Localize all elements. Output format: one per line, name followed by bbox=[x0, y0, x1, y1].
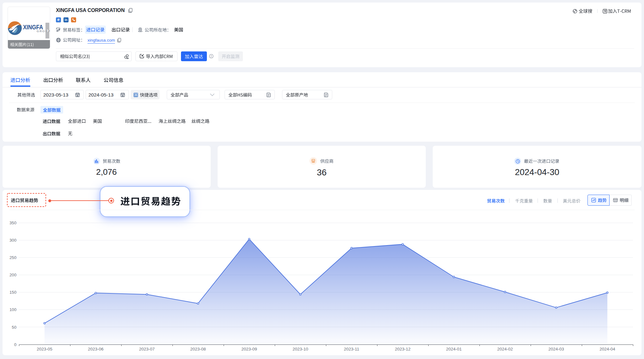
svg-text:2024-02: 2024-02 bbox=[497, 347, 513, 351]
svg-text:2023-06: 2023-06 bbox=[88, 347, 104, 351]
svg-text:0: 0 bbox=[14, 342, 16, 347]
svg-text:300: 300 bbox=[9, 238, 16, 243]
svg-text:100: 100 bbox=[9, 307, 16, 312]
svg-text:2024-03: 2024-03 bbox=[548, 347, 564, 351]
svg-text:200: 200 bbox=[9, 273, 16, 277]
svg-text:50: 50 bbox=[12, 325, 16, 330]
svg-text:2023-07: 2023-07 bbox=[139, 347, 155, 351]
svg-text:2024-01: 2024-01 bbox=[446, 347, 462, 351]
svg-text:250: 250 bbox=[9, 255, 16, 260]
svg-text:2023-08: 2023-08 bbox=[190, 347, 206, 351]
svg-text:2023-11: 2023-11 bbox=[344, 347, 359, 351]
svg-text:2023-09: 2023-09 bbox=[241, 347, 257, 351]
svg-text:350: 350 bbox=[9, 221, 16, 225]
svg-text:2023-05: 2023-05 bbox=[37, 347, 52, 351]
svg-text:150: 150 bbox=[9, 290, 16, 295]
svg-text:2023-10: 2023-10 bbox=[292, 347, 308, 351]
svg-text:2023-12: 2023-12 bbox=[395, 347, 411, 351]
svg-text:2024-04: 2024-04 bbox=[599, 347, 615, 351]
